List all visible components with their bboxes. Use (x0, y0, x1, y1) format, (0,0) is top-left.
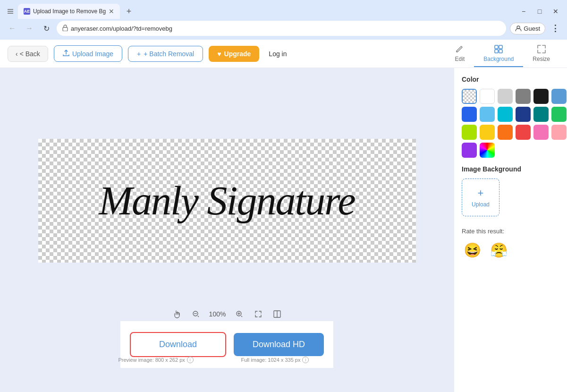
bottom-action-bar: Download Download HD Preview image: 800 … (120, 321, 333, 368)
close-button[interactable]: ✕ (550, 6, 561, 17)
edit-icon (455, 44, 465, 54)
upload-plus-icon: + (478, 187, 484, 199)
tab-resize-label: Resize (533, 56, 550, 62)
tab-title: Upload Image to Remove Bg (33, 8, 106, 15)
color-red[interactable] (516, 125, 531, 140)
color-hotpink[interactable] (533, 125, 549, 140)
more-options-button[interactable]: ⋮ (549, 23, 561, 34)
image-container: Manly Signature (19, 102, 435, 300)
hand-tool-button[interactable] (170, 307, 184, 321)
svg-rect-2 (495, 45, 498, 49)
download-hd-button[interactable]: Download HD (234, 333, 324, 356)
address-bar[interactable]: anyeraser.com/upload/?td=removebg (57, 21, 506, 36)
color-gray[interactable] (516, 89, 531, 104)
color-yellow[interactable] (480, 125, 495, 140)
new-tab-button[interactable]: + (123, 5, 135, 17)
batch-removal-button[interactable]: + + Batch Removal (128, 46, 203, 62)
tab-resize[interactable]: Resize (523, 41, 559, 67)
tab-background[interactable]: Background (474, 41, 523, 67)
upload-icon (63, 50, 69, 58)
active-tab[interactable]: AE Upload Image to Remove Bg ✕ (18, 4, 120, 19)
tab-close-button[interactable]: ✕ (109, 8, 114, 15)
color-grid (462, 89, 559, 158)
zoom-out-button[interactable] (189, 307, 203, 321)
profile-button[interactable]: Guest (510, 23, 545, 34)
fit-screen-button[interactable] (252, 307, 265, 321)
back-icon: ‹ (16, 50, 18, 58)
angry-emoji-button[interactable]: 😤 (488, 239, 509, 260)
preview-info-icon[interactable]: i (187, 357, 194, 363)
right-tabs: Edit Background Resize (446, 41, 559, 67)
zoom-level: 100% (208, 310, 227, 318)
zoom-in-button[interactable] (233, 307, 246, 321)
full-info-text: Full image: 1024 x 335 px (241, 357, 301, 363)
url-text: anyeraser.com/upload/?td=removebg (71, 25, 172, 32)
back-button[interactable]: ‹ < Back (8, 46, 48, 62)
full-image-info: Full image: 1024 x 335 px i (241, 357, 309, 363)
maximize-button[interactable]: □ (534, 6, 545, 17)
tab-list-button[interactable] (6, 7, 15, 16)
color-steelblue[interactable] (551, 89, 567, 104)
resize-icon (537, 44, 546, 54)
preview-image-info: Preview image: 800 x 262 px i (118, 357, 194, 363)
upgrade-label: Upgrade (224, 50, 251, 58)
tab-edit[interactable]: Edit (446, 41, 474, 67)
upload-bg-label: Upload (472, 201, 490, 208)
svg-rect-4 (495, 50, 498, 53)
upload-bg-button[interactable]: + Upload (462, 179, 499, 216)
login-label: Log in (269, 50, 287, 58)
upgrade-button[interactable]: ♥ Upgrade (209, 46, 259, 62)
upload-image-button[interactable]: Upload Image (54, 45, 122, 62)
download-label: Download (159, 340, 197, 349)
split-view-button[interactable] (271, 307, 284, 321)
minimize-button[interactable]: − (518, 6, 529, 17)
download-hd-label: Download HD (253, 340, 305, 349)
rate-section: Rate this result: 😆 😤 (462, 228, 559, 260)
lock-icon (62, 25, 68, 33)
svg-line-8 (198, 316, 199, 317)
batch-icon: + (137, 50, 141, 58)
color-teal[interactable] (533, 107, 549, 122)
full-info-icon[interactable]: i (302, 357, 309, 363)
upload-image-label: Upload Image (72, 50, 113, 58)
color-black[interactable] (533, 89, 549, 104)
image-bg-title: Image Background (462, 165, 559, 173)
profile-label: Guest (524, 25, 540, 32)
svg-rect-0 (63, 27, 68, 31)
tab-favicon: AE (24, 8, 30, 15)
color-darkblue[interactable] (516, 107, 531, 122)
color-purple[interactable] (462, 143, 477, 158)
color-lightpink[interactable] (551, 125, 567, 140)
forward-nav-button[interactable]: → (23, 22, 36, 35)
tab-background-label: Background (483, 56, 514, 62)
color-lime[interactable] (462, 125, 477, 140)
signature-image: Manly Signature (99, 177, 355, 224)
download-button[interactable]: Download (130, 332, 226, 357)
emoji-row: 😆 😤 (462, 239, 559, 260)
color-cyan[interactable] (498, 107, 513, 122)
preview-info-text: Preview image: 800 x 262 px (118, 357, 185, 363)
background-icon (494, 44, 503, 54)
login-button[interactable]: Log in (265, 46, 290, 61)
color-orange[interactable] (498, 125, 513, 140)
color-transparent[interactable] (462, 89, 477, 104)
color-green[interactable] (551, 107, 567, 122)
right-panel: Color (454, 68, 567, 392)
happy-emoji-button[interactable]: 😆 (462, 239, 482, 260)
batch-removal-label: + Batch Removal (144, 50, 194, 58)
svg-rect-5 (499, 50, 502, 53)
image-bg-section: Image Background + Upload (462, 165, 559, 216)
back-label: < Back (20, 50, 40, 58)
canvas-area: Manly Signature 100% (0, 68, 454, 392)
color-lightgray[interactable] (498, 89, 513, 104)
tab-edit-label: Edit (455, 56, 465, 62)
reload-button[interactable]: ↻ (40, 22, 53, 35)
back-nav-button[interactable]: ← (6, 22, 19, 35)
svg-rect-3 (499, 45, 502, 49)
checkerboard-bg: Manly Signature (38, 139, 416, 263)
color-blue[interactable] (462, 107, 477, 122)
color-rainbow[interactable] (480, 143, 495, 158)
color-skyblue[interactable] (480, 107, 495, 122)
color-white[interactable] (480, 89, 495, 104)
heart-icon: ♥ (217, 50, 221, 58)
